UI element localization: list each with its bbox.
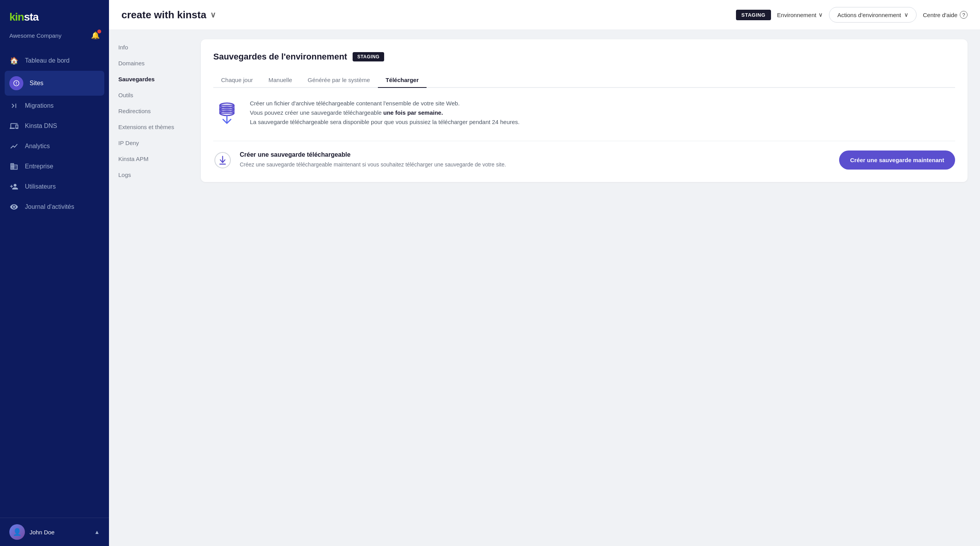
sidebar-item-utilisateurs[interactable]: Utilisateurs (0, 177, 109, 197)
staging-environment-badge: STAGING (736, 10, 771, 20)
notification-badge (97, 30, 101, 33)
info-line-1: Créer un fichier d'archive téléchargeabl… (250, 99, 520, 108)
home-icon: 🏠 (9, 56, 19, 65)
entreprise-icon (9, 162, 19, 171)
left-nav-logs[interactable]: Logs (109, 167, 195, 183)
actions-label: Actions d'environnement (837, 12, 901, 18)
actions-chevron-icon: ∨ (904, 11, 908, 18)
create-text-block: Créer une sauvegarde téléchargeable Crée… (240, 151, 831, 169)
sidebar-item-label: Analytics (25, 143, 50, 150)
info-line-2: Vous pouvez créer une sauvegarde télécha… (250, 108, 520, 117)
backup-info-text: Créer un fichier d'archive téléchargeabl… (250, 99, 520, 127)
migrations-icon (9, 101, 19, 110)
main-nav: 🏠 Tableau de bord Sites Migrations (0, 47, 109, 518)
tab-manuelle[interactable]: Manuelle (261, 73, 300, 88)
logo-area: kinsta (0, 0, 109, 28)
sidebar-item-label: Entreprise (25, 163, 53, 170)
sidebar-item-label: Journal d'activités (25, 203, 74, 210)
backups-card: Sauvegardes de l'environnement STAGING C… (201, 39, 968, 182)
user-footer: 👤 John Doe ▲ (0, 518, 109, 546)
content-area: Info Domaines Sauvegardes Outils Redirec… (109, 30, 980, 546)
left-nav-extensions[interactable]: Extensions et thèmes (109, 119, 195, 135)
avatar: 👤 (9, 524, 25, 540)
sidebar-item-journal[interactable]: Journal d'activités (0, 197, 109, 217)
sidebar-item-sites[interactable]: Sites (5, 71, 104, 96)
tab-generee[interactable]: Générée par le système (300, 73, 378, 88)
left-nav-ip-deny[interactable]: IP Deny (109, 135, 195, 151)
page-header: create with kinsta ∨ STAGING Environneme… (109, 0, 980, 30)
user-name: John Doe (30, 529, 54, 536)
company-section: Awesome Company 🔔 (0, 28, 109, 47)
create-backup-section: Créer une sauvegarde téléchargeable Crée… (213, 141, 955, 170)
sidebar-item-label: Sites (30, 80, 44, 87)
left-nav-info[interactable]: Info (109, 39, 195, 55)
left-nav-sauvegardes[interactable]: Sauvegardes (109, 71, 195, 87)
card-staging-badge: STAGING (353, 52, 384, 61)
chevron-up-icon: ▲ (94, 529, 100, 535)
user-info[interactable]: 👤 John Doe (9, 524, 54, 540)
page-content: Sauvegardes de l'environnement STAGING C… (195, 30, 980, 546)
actions-environment-button[interactable]: Actions d'environnement ∨ (829, 7, 917, 23)
left-navigation: Info Domaines Sauvegardes Outils Redirec… (109, 30, 195, 546)
card-header: Sauvegardes de l'environnement STAGING (213, 52, 955, 62)
company-name: Awesome Company (9, 32, 61, 39)
header-controls: STAGING Environnement ∨ Actions d'enviro… (736, 7, 968, 23)
sidebar-item-label: Migrations (25, 102, 54, 109)
sidebar-item-kinsta-dns[interactable]: Kinsta DNS (0, 116, 109, 136)
title-chevron-icon[interactable]: ∨ (210, 10, 216, 19)
help-label: Centre d'aide (923, 12, 957, 18)
left-nav-redirections[interactable]: Redirections (109, 103, 195, 119)
sidebar: kinsta Awesome Company 🔔 🏠 Tableau de bo… (0, 0, 109, 546)
header-title-group: create with kinsta ∨ (121, 9, 216, 21)
backup-info-section: Créer un fichier d'archive téléchargeabl… (213, 99, 955, 127)
help-question-icon: ? (960, 11, 968, 19)
sidebar-item-entreprise[interactable]: Entreprise (0, 156, 109, 177)
backup-icon (213, 99, 241, 126)
create-title: Créer une sauvegarde téléchargeable (240, 151, 831, 158)
create-backup-button[interactable]: Créer une sauvegarde maintenant (839, 150, 955, 170)
backup-tabs: Chaque jour Manuelle Générée par le syst… (213, 73, 955, 88)
env-chevron-icon: ∨ (818, 11, 823, 18)
analytics-icon (9, 142, 19, 151)
left-nav-outils[interactable]: Outils (109, 87, 195, 103)
sidebar-item-label: Kinsta DNS (25, 122, 57, 130)
help-center-link[interactable]: Centre d'aide ? (923, 11, 968, 19)
info-line-3: La sauvegarde téléchargeable sera dispon… (250, 117, 520, 127)
page-title: create with kinsta (121, 9, 206, 21)
sidebar-item-label: Tableau de bord (25, 57, 70, 64)
main-area: create with kinsta ∨ STAGING Environneme… (109, 0, 980, 546)
create-description: Créez une sauvegarde téléchargeable main… (240, 161, 831, 169)
sidebar-item-analytics[interactable]: Analytics (0, 136, 109, 156)
sites-icon (9, 76, 23, 90)
sidebar-item-label: Utilisateurs (25, 183, 56, 190)
sidebar-item-migrations[interactable]: Migrations (0, 96, 109, 116)
tab-chaque-jour[interactable]: Chaque jour (213, 73, 261, 88)
journal-icon (9, 202, 19, 212)
notification-bell[interactable]: 🔔 (91, 31, 100, 40)
left-nav-kinsta-apm[interactable]: Kinsta APM (109, 151, 195, 167)
environment-dropdown[interactable]: Environnement ∨ (777, 11, 823, 18)
dns-icon (9, 121, 19, 131)
card-title: Sauvegardes de l'environnement (213, 52, 347, 62)
sidebar-item-dashboard[interactable]: 🏠 Tableau de bord (0, 51, 109, 71)
info-bold: une fois par semaine. (383, 109, 443, 116)
logo: kinsta (9, 11, 100, 23)
download-icon (213, 151, 232, 170)
environment-label: Environnement (777, 12, 817, 18)
tab-telecharger[interactable]: Télécharger (378, 73, 427, 88)
utilisateurs-icon (9, 182, 19, 191)
left-nav-domaines[interactable]: Domaines (109, 55, 195, 71)
